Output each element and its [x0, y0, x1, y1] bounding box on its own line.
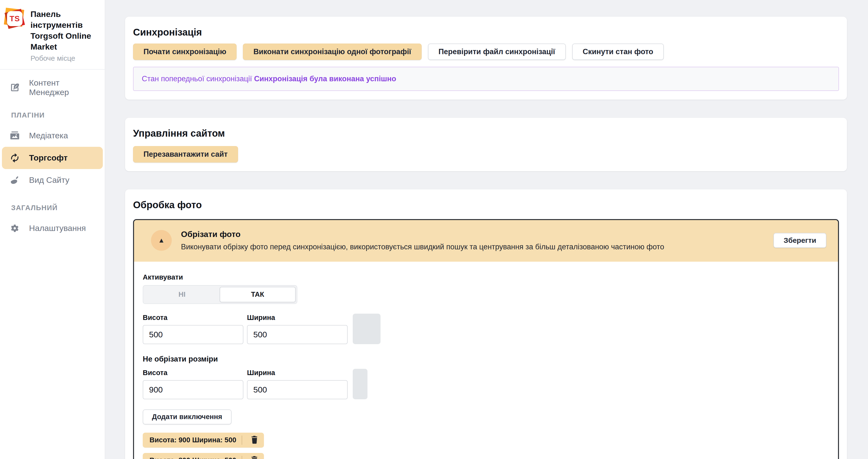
sync-buttons-row: Почати синхронізацію Виконати синхроніза…	[133, 43, 839, 60]
no-crop-aspect-preview	[353, 369, 368, 399]
reset-photo-state-button[interactable]: Скинути стан фото	[572, 43, 664, 60]
sidebar-item-label: Контент Менеджер	[29, 78, 96, 97]
sidebar-item-label: Вид Сайту	[29, 175, 69, 185]
sidebar-item-label: Торгсофт	[29, 153, 68, 163]
crop-panel-header: ▲ Обрізати фото Виконувати обрізку фото …	[134, 220, 838, 262]
site-management-title: Управління сайтом	[133, 128, 839, 139]
activate-label: Активувати	[143, 273, 828, 281]
exception-tag: Висота: 900 Ширина: 500	[143, 433, 264, 448]
sync-status-label: Стан попередньої синхронізації	[142, 74, 252, 83]
toggle-no-option[interactable]: НІ	[145, 287, 220, 302]
brush-icon	[9, 174, 20, 186]
media-icon	[9, 130, 20, 141]
sync-title: Синхронізація	[133, 27, 839, 38]
exception-tag-label: Висота: 800 Ширина: 500	[150, 456, 236, 459]
tag-divider	[242, 456, 242, 459]
trash-icon	[251, 435, 258, 445]
collapse-button[interactable]: ▲	[151, 230, 172, 251]
sidebar-menu: Контент Менеджер ПЛАГІНИ Медіатека Торгс…	[0, 70, 105, 239]
sync-status-box: Стан попередньої синхронізації Синхроніз…	[133, 67, 839, 91]
crop-height-input[interactable]	[143, 325, 243, 344]
exception-tag: Висота: 800 Ширина: 500	[143, 453, 264, 459]
site-management-card: Управління сайтом Перезавантажити сайт	[125, 118, 847, 171]
check-sync-file-button[interactable]: Перевірити файл синхронізації	[428, 43, 566, 60]
crop-width-input[interactable]	[247, 325, 348, 344]
photo-processing-card: Обробка фото ▲ Обрізати фото Виконувати …	[125, 189, 847, 459]
crop-height-label: Висота	[143, 314, 243, 322]
sidebar-item-site-view[interactable]: Вид Сайту	[2, 169, 103, 191]
no-crop-height-input[interactable]	[143, 380, 243, 399]
sync-icon	[9, 152, 20, 163]
app-subtitle: Робоче місце	[30, 54, 100, 62]
no-crop-height-label: Висота	[143, 369, 243, 377]
crop-dimensions-row: Висота Ширина	[143, 314, 828, 344]
sidebar-section-plugins: ПЛАГІНИ	[2, 99, 103, 125]
add-exception-button[interactable]: Додати виключення	[143, 409, 231, 424]
crop-title: Обрізати фото	[181, 229, 664, 240]
app-header: TS Панель інструментів Torgsoft Online M…	[0, 0, 105, 69]
app-title: Панель інструментів Torgsoft Online Mark…	[30, 9, 100, 52]
toggle-yes-option[interactable]: ТАК	[220, 287, 296, 302]
trash-icon	[251, 456, 258, 459]
crop-photo-panel: ▲ Обрізати фото Виконувати обрізку фото …	[133, 219, 839, 459]
crop-description: Виконувати обрізку фото перед синхроніза…	[181, 242, 664, 252]
sidebar-item-label: Налаштування	[29, 224, 86, 233]
sync-status-value: Синхронізація була виконана успішно	[254, 74, 396, 83]
tag-divider	[242, 435, 242, 445]
sidebar-item-label: Медіатека	[29, 131, 68, 140]
crop-width-label: Ширина	[247, 314, 348, 322]
crop-aspect-preview	[353, 314, 380, 344]
start-sync-button[interactable]: Почати синхронізацію	[133, 43, 237, 60]
main-content: Синхронізація Почати синхронізацію Викон…	[125, 0, 847, 459]
photo-processing-title: Обробка фото	[133, 199, 839, 210]
chevron-up-icon: ▲	[158, 236, 165, 244]
activate-toggle: НІ ТАК	[143, 285, 297, 304]
delete-exception-button[interactable]	[247, 434, 261, 446]
crop-panel-body: Активувати НІ ТАК Висота Ширина	[134, 262, 838, 459]
app-title-line2: Torgsoft Online Market	[30, 30, 100, 52]
gear-icon	[9, 223, 20, 234]
reload-site-button[interactable]: Перезавантажити сайт	[133, 146, 238, 163]
no-crop-title: Не обрізати розміри	[143, 355, 828, 363]
no-crop-dimensions-row: Висота Ширина	[143, 369, 828, 399]
sync-one-photo-button[interactable]: Виконати синхронізацію одної фотографії	[243, 43, 422, 60]
sync-card: Синхронізація Почати синхронізацію Викон…	[125, 17, 847, 100]
logo-ts-icon: TS	[7, 11, 23, 26]
sidebar: TS Панель інструментів Torgsoft Online M…	[0, 0, 105, 459]
sidebar-item-media-library[interactable]: Медіатека	[2, 125, 103, 147]
no-crop-width-input[interactable]	[247, 380, 348, 399]
no-crop-width-label: Ширина	[247, 369, 348, 377]
save-button[interactable]: Зберегти	[773, 233, 827, 248]
delete-exception-button[interactable]	[247, 454, 261, 459]
app-title-line1: Панель інструментів	[30, 9, 100, 30]
sidebar-item-torgsoft[interactable]: Торгсофт	[2, 147, 103, 169]
sidebar-section-general: ЗАГАЛЬНИЙ	[2, 191, 103, 217]
app-logo: TS	[4, 7, 25, 29]
sidebar-item-content-manager[interactable]: Контент Менеджер	[2, 76, 103, 99]
sidebar-item-settings[interactable]: Налаштування	[2, 217, 103, 239]
exception-tag-label: Висота: 900 Ширина: 500	[150, 436, 236, 444]
edit-icon	[9, 82, 20, 93]
